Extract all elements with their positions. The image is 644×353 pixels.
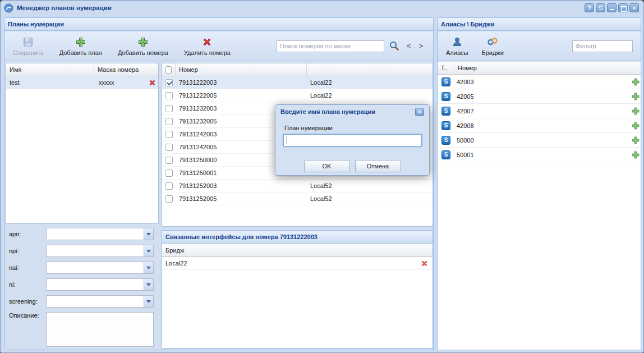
alias-row[interactable]: S 42007 (438, 104, 641, 118)
add-number-icon[interactable] (631, 150, 640, 159)
chevron-down-icon[interactable] (144, 279, 153, 290)
add-plan-icon (75, 36, 86, 48)
column-bridge[interactable]: Бридж (162, 244, 433, 256)
number-cell: 79131222005 (176, 92, 307, 99)
alias-row[interactable]: S 50001 (438, 148, 641, 162)
alias-row[interactable]: S 42005 (438, 89, 641, 104)
number-cell: 79131222003 (176, 79, 307, 86)
aliases-button[interactable]: Алиасы (443, 35, 471, 58)
app-icon (4, 3, 13, 13)
number-cell: 79131252003 (176, 182, 307, 189)
column-number[interactable]: Номер (176, 63, 307, 76)
number-row[interactable]: 79131252005 Local52 (162, 192, 433, 205)
dialog-title: Введите имя плана нумерации (280, 108, 375, 115)
apri-select[interactable] (46, 228, 154, 240)
screening-select[interactable] (46, 295, 154, 308)
plans-grid-header: Имя Маска номера (6, 63, 158, 76)
cancel-button[interactable]: Отмена (355, 160, 401, 172)
description-textarea[interactable] (46, 312, 154, 347)
select-all-checkbox[interactable] (165, 66, 172, 74)
interface-row[interactable]: Local22 (162, 257, 433, 270)
plan-mask-cell: xxxxx (94, 79, 118, 86)
number-row[interactable]: 79131252003 Local52 (162, 180, 433, 192)
number-search-input[interactable] (277, 40, 384, 52)
dialog-close-button[interactable]: × (415, 108, 424, 116)
bridges-button[interactable]: Бриджи (479, 35, 506, 58)
add-plan-button[interactable]: Добавить план (57, 35, 105, 58)
column-number[interactable]: Номер (454, 62, 641, 74)
bridge-cell: Local22 (307, 79, 433, 86)
add-number-icon[interactable] (631, 121, 640, 130)
dialog-footer: OK Отмена (275, 160, 429, 172)
refresh-button[interactable] (596, 3, 605, 12)
add-number-icon[interactable] (631, 77, 640, 86)
alias-row[interactable]: S 42003 (438, 75, 641, 89)
bridge-type-icon: S (441, 107, 450, 116)
related-interfaces-title: Связанные интерфейсы для номера 79131222… (165, 233, 318, 240)
plans-grid: Имя Маска номера test xxxxx (6, 63, 159, 224)
chevron-down-icon[interactable] (144, 262, 153, 273)
chevron-down-icon[interactable] (144, 228, 153, 240)
row-checkbox[interactable] (165, 131, 173, 138)
npi-label: npi: (6, 247, 46, 254)
column-type[interactable]: Т.. (438, 62, 454, 74)
search-icon[interactable] (388, 40, 401, 52)
alias-row[interactable]: S 50000 (438, 133, 641, 148)
chevron-down-icon[interactable] (144, 245, 153, 256)
delete-plan-icon[interactable] (148, 79, 157, 87)
row-checkbox[interactable] (165, 157, 173, 164)
bridge-type-icon: S (441, 77, 450, 86)
row-checkbox[interactable] (165, 105, 173, 112)
npi-select[interactable] (46, 245, 154, 257)
related-interfaces-header: Связанные интерфейсы для номера 79131222… (162, 231, 433, 244)
save-button[interactable]: Сохранить (10, 35, 47, 58)
number-row[interactable]: 79131222005 Local22 (162, 89, 433, 102)
chevron-down-icon[interactable] (144, 296, 153, 307)
ni-select[interactable] (46, 278, 154, 291)
bridge-type-icon: S (441, 136, 450, 145)
ok-button[interactable]: OK (304, 160, 350, 172)
add-number-icon[interactable] (631, 92, 640, 101)
plan-name-cell: test (6, 79, 94, 86)
row-checkbox[interactable] (165, 169, 173, 177)
row-checkbox[interactable] (165, 195, 173, 203)
minimize-button[interactable] (607, 3, 617, 12)
aliases-bridges-header: Алиасы \ Бриджи (438, 18, 641, 31)
aliases-grid-header: Т.. Номер (438, 62, 641, 75)
row-checkbox[interactable] (165, 118, 173, 125)
plan-name-input[interactable] (283, 134, 422, 146)
bridge-type-icon: S (441, 92, 450, 101)
row-checkbox[interactable] (165, 182, 173, 190)
interfaces-grid: Бридж Local22 (162, 244, 433, 348)
bridge-type-icon: S (441, 121, 450, 130)
column-name[interactable]: Имя (6, 63, 94, 76)
close-button[interactable]: × (629, 3, 639, 12)
search-group: < > (277, 40, 427, 52)
help-button[interactable]: ? (585, 3, 594, 12)
add-number-icon[interactable] (631, 136, 640, 145)
numbering-plans-header: Планы нумерации (4, 18, 433, 31)
delete-interface-icon[interactable] (420, 259, 429, 268)
row-checkbox[interactable] (165, 92, 173, 99)
add-numbers-button[interactable]: Добавить номера (115, 35, 171, 58)
window-title: Менеджер планов нумерации (17, 4, 112, 11)
next-page-button[interactable]: > (417, 40, 425, 52)
delete-numbers-icon (201, 36, 213, 48)
row-checkbox[interactable] (165, 79, 173, 86)
filter-input[interactable] (572, 40, 633, 52)
maximize-button[interactable] (618, 3, 628, 12)
alias-row[interactable]: S 42008 (438, 118, 641, 133)
prev-page-button[interactable]: < (404, 40, 413, 52)
delete-numbers-button[interactable]: Удалить номера (181, 35, 233, 58)
description-label: Описание: (6, 312, 46, 319)
column-mask[interactable]: Маска номера (94, 63, 158, 76)
plan-row[interactable]: test xxxxx (6, 76, 158, 89)
nai-select[interactable] (46, 262, 154, 274)
row-checkbox[interactable] (165, 144, 173, 151)
app-window: Менеджер планов нумерации ? × Планы нуме… (0, 0, 644, 353)
add-number-icon[interactable] (631, 107, 640, 116)
save-icon (22, 36, 34, 48)
aliases-grid: Т.. Номер S 42003 S 42005 S 42007 (438, 62, 641, 350)
alias-number-cell: 50001 (454, 152, 474, 158)
number-row[interactable]: 79131222003 Local22 (162, 76, 433, 89)
